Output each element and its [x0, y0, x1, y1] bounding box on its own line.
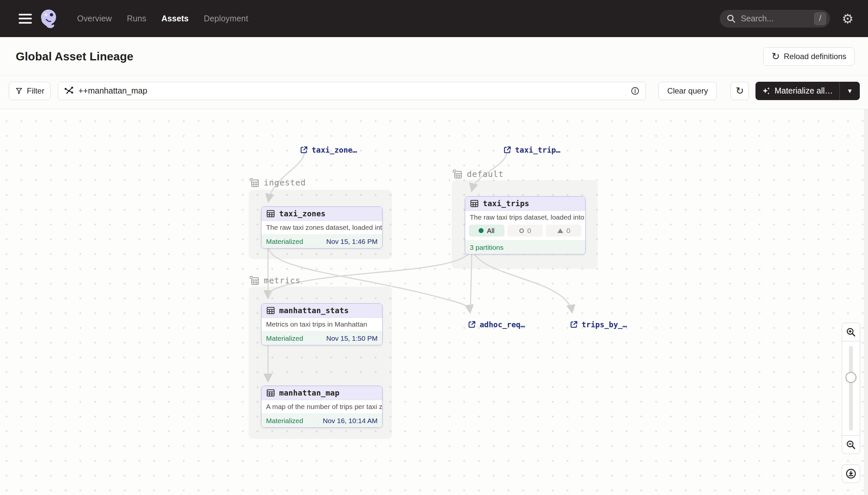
- group-label-metrics[interactable]: metrics: [249, 275, 300, 286]
- search-shortcut-badge: /: [814, 13, 826, 25]
- clear-query-button[interactable]: Clear query: [658, 82, 717, 100]
- table-icon: [266, 209, 275, 218]
- asset-group-icon: [452, 168, 463, 180]
- zoom-in-icon: [846, 327, 856, 337]
- asset-description: A map of the number of trips per taxi z.…: [262, 400, 382, 414]
- nav-overview[interactable]: Overview: [77, 14, 112, 23]
- lineage-canvas[interactable]: ingested default metrics taxi_zone… taxi…: [0, 109, 868, 495]
- asset-group-icon: [249, 177, 260, 188]
- status-badge: Materialized: [266, 417, 303, 425]
- asset-node-taxi-zones[interactable]: taxi_zones The raw taxi zones dataset, l…: [261, 206, 383, 249]
- materialization-timestamp[interactable]: Nov 15, 1:50 PM: [326, 335, 377, 342]
- materialization-timestamp[interactable]: Nov 15, 1:46 PM: [326, 238, 377, 245]
- table-icon: [266, 388, 275, 397]
- asset-description: The raw taxi trips dataset, loaded into …: [465, 211, 585, 224]
- status-badge: Materialized: [266, 335, 303, 342]
- partition-health-pills: All 0 0: [465, 224, 585, 240]
- zoom-controls: [842, 323, 860, 454]
- zoom-out-button[interactable]: [842, 436, 860, 454]
- group-label-ingested[interactable]: ingested: [249, 177, 306, 188]
- group-label-default[interactable]: default: [452, 168, 503, 180]
- table-icon: [470, 199, 479, 208]
- refresh-query-button[interactable]: ↻: [730, 82, 749, 100]
- partitions-missing-pill[interactable]: 0: [508, 224, 543, 237]
- asset-group-icon: [249, 275, 260, 286]
- title-bar: Global Asset Lineage ↻ Reload definition…: [0, 37, 868, 76]
- download-icon: [846, 468, 856, 479]
- zoom-slider-track[interactable]: [849, 346, 853, 431]
- zoom-slider-thumb[interactable]: [845, 372, 856, 383]
- refresh-icon: ↻: [736, 86, 744, 96]
- reload-definitions-button[interactable]: ↻ Reload definitions: [763, 47, 854, 66]
- primary-nav: Overview Runs Assets Deployment: [77, 14, 248, 23]
- page-title: Global Asset Lineage: [16, 50, 134, 63]
- graph-selector-icon: [64, 86, 74, 96]
- missing-ring-icon: [519, 228, 524, 233]
- sparkle-icon: [761, 86, 770, 96]
- zoom-slider[interactable]: [842, 341, 860, 436]
- materialize-all-button[interactable]: Materialize all… ▾: [756, 82, 860, 100]
- asset-description: The raw taxi zones dataset, loaded int..…: [262, 221, 382, 234]
- lineage-edges: [0, 109, 868, 495]
- partition-count[interactable]: 3 partitions: [470, 243, 503, 252]
- external-asset-taxi-zone[interactable]: taxi_zone…: [299, 145, 357, 155]
- external-link-icon: [569, 320, 578, 329]
- asset-query-input[interactable]: ++manhattan_map: [58, 82, 646, 100]
- filter-button[interactable]: Filter: [9, 82, 51, 100]
- funnel-icon: [15, 87, 23, 95]
- table-icon: [266, 306, 275, 315]
- partitions-failed-pill[interactable]: 0: [546, 224, 582, 237]
- warning-triangle-icon: [557, 228, 563, 233]
- external-link-icon: [502, 146, 512, 155]
- success-dot-icon: [479, 228, 483, 233]
- nav-deployment[interactable]: Deployment: [204, 14, 248, 23]
- reload-icon: ↻: [772, 52, 780, 62]
- lineage-toolbar: Filter ++manhattan_map Clear query ↻ Mat…: [0, 76, 868, 109]
- external-asset-trips-by[interactable]: trips_by_…: [569, 319, 627, 330]
- asset-node-manhattan-stats[interactable]: manhattan_stats Metrics on taxi trips in…: [261, 303, 383, 345]
- search-placeholder: Search...: [741, 14, 814, 23]
- nav-assets[interactable]: Assets: [161, 14, 189, 23]
- asset-node-manhattan-map[interactable]: manhattan_map A map of the number of tri…: [261, 386, 383, 428]
- scrollbar-gutter[interactable]: [864, 109, 868, 495]
- materialization-timestamp[interactable]: Nov 16, 10:14 AM: [323, 417, 377, 425]
- asset-node-taxi-trips[interactable]: taxi_trips The raw taxi trips dataset, l…: [465, 196, 586, 254]
- dagster-logo-icon[interactable]: [39, 8, 59, 29]
- search-icon: [726, 14, 736, 24]
- settings-gear-icon[interactable]: ⚙: [842, 12, 854, 25]
- external-link-icon: [467, 320, 476, 329]
- search-input[interactable]: Search... /: [720, 10, 830, 28]
- top-nav: Overview Runs Assets Deployment Search..…: [0, 0, 868, 37]
- zoom-in-button[interactable]: [842, 323, 860, 341]
- status-badge: Materialized: [266, 238, 303, 245]
- asset-description: Metrics on taxi trips in Manhattan: [262, 318, 382, 331]
- materialize-dropdown-caret[interactable]: ▾: [839, 82, 860, 100]
- nav-runs[interactable]: Runs: [127, 14, 146, 23]
- menu-icon[interactable]: [19, 14, 32, 24]
- info-icon[interactable]: [631, 86, 640, 96]
- external-asset-taxi-trip[interactable]: taxi_trip…: [502, 145, 560, 155]
- zoom-out-icon: [846, 440, 856, 450]
- download-view-button[interactable]: [842, 464, 860, 483]
- external-link-icon: [299, 146, 308, 155]
- asset-query-value: ++manhattan_map: [78, 86, 631, 96]
- partitions-success-pill[interactable]: All: [469, 224, 504, 237]
- external-asset-adhoc-req[interactable]: adhoc_req…: [467, 319, 525, 330]
